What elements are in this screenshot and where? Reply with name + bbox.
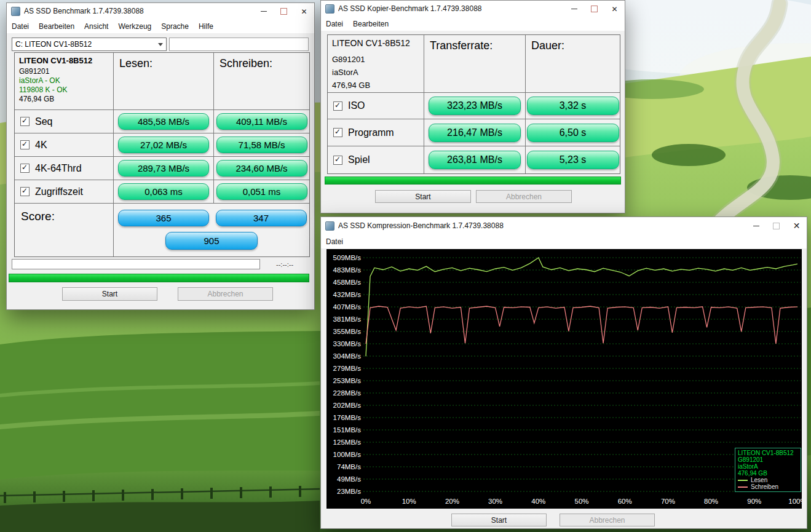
- menu-bearbeiten[interactable]: Bearbeiten: [34, 20, 79, 33]
- menu-werkzeug[interactable]: Werkzeug: [113, 20, 156, 33]
- svg-text:355MB/s: 355MB/s: [333, 328, 362, 335]
- app-icon: [325, 4, 334, 14]
- eta-text: --:--:--: [276, 261, 293, 268]
- menu-ansicht[interactable]: Ansicht: [79, 20, 113, 33]
- start-button[interactable]: Start: [451, 514, 547, 526]
- close-icon: [793, 220, 801, 231]
- checkbox-spiel[interactable]: [333, 156, 342, 165]
- read-column-header: Lesen:: [114, 53, 213, 109]
- result-programm-duration: 6,50 s: [527, 124, 619, 142]
- svg-text:253MB/s: 253MB/s: [333, 377, 362, 384]
- svg-text:30%: 30%: [488, 498, 502, 505]
- close-button[interactable]: [604, 1, 625, 17]
- start-button[interactable]: Start: [375, 190, 471, 203]
- cell-iso-duration: 3,32 s: [526, 93, 620, 119]
- cell-spiel-duration: 5,23 s: [526, 146, 620, 173]
- cell-access-read: 0,063 ms: [114, 180, 213, 203]
- benchmark-window: AS SSD Benchmark 1.7.4739.38088 Datei Be…: [6, 2, 315, 310]
- cell-iso-rate: 323,23 MB/s: [424, 93, 525, 119]
- cell-access-write: 0,051 ms: [214, 180, 309, 203]
- row-label-zugriffszeit: Zugriffszeit: [15, 180, 113, 203]
- maximize-button[interactable]: [766, 217, 786, 234]
- menubar: Datei Bearbeiten: [321, 17, 625, 31]
- maximize-icon: [280, 8, 287, 15]
- result-access-write: 0,051 ms: [216, 183, 307, 200]
- benchmark-results-table: LITEON CV1-8B512 G891201 iaStorA - OK 11…: [14, 52, 310, 257]
- cancel-button[interactable]: Abbrechen: [178, 287, 273, 301]
- titlebar[interactable]: AS SSD Kopier-Benchmark 1.7.4739.38088: [321, 1, 625, 17]
- svg-text:49MB/s: 49MB/s: [337, 475, 361, 483]
- close-button[interactable]: [294, 3, 314, 19]
- path-field[interactable]: [169, 38, 309, 51]
- checkbox-zugriffszeit[interactable]: [20, 187, 30, 196]
- maximize-button[interactable]: [274, 3, 294, 19]
- maximize-icon: [591, 6, 598, 12]
- minimize-button[interactable]: [746, 217, 766, 234]
- app-icon: [325, 221, 334, 231]
- checkbox-seq[interactable]: [20, 117, 30, 126]
- cell-spiel-rate: 263,81 MB/s: [424, 146, 525, 173]
- legend-drive-firmware: G891201: [738, 456, 798, 463]
- rate-column-header: Transferrate:: [424, 35, 525, 92]
- menu-bearbeiten[interactable]: Bearbeiten: [348, 18, 394, 30]
- result-programm-rate: 216,47 MB/s: [429, 124, 521, 142]
- legend-drive-driver: iaStorA: [738, 463, 798, 470]
- cancel-button[interactable]: Abbrechen: [560, 514, 655, 526]
- drive-info-panel: LITEON CV1-8B512 G891201 iaStorA 476,94 …: [328, 35, 424, 92]
- test-label: Spiel: [348, 154, 370, 165]
- checkbox-iso[interactable]: [333, 101, 342, 111]
- titlebar[interactable]: AS SSD Benchmark 1.7.4739.38088: [7, 3, 314, 20]
- checkbox-programm[interactable]: [333, 128, 342, 137]
- compression-chart: 509MB/s483MB/s458MB/s432MB/s407MB/s381MB…: [326, 249, 802, 509]
- test-label: Programm: [348, 127, 394, 138]
- result-4k64-write: 234,60 MB/s: [216, 160, 307, 177]
- drive-driver-status: iaStorA - OK: [19, 76, 109, 85]
- result-4k-write: 71,58 MB/s: [216, 137, 307, 153]
- legend-read-label: Lesen: [751, 477, 767, 483]
- menu-hilfe[interactable]: Hilfe: [194, 20, 218, 33]
- result-iso-rate: 323,23 MB/s: [429, 97, 521, 115]
- compression-chart-svg: 509MB/s483MB/s458MB/s432MB/s407MB/s381MB…: [326, 249, 802, 509]
- write-column-header: Schreiben:: [214, 53, 309, 109]
- test-label: 4K: [35, 140, 47, 151]
- svg-text:330MB/s: 330MB/s: [333, 340, 362, 347]
- score-area: 365 347 905: [114, 204, 309, 256]
- menu-datei[interactable]: Datei: [321, 236, 348, 248]
- cell-programm-rate: 216,47 MB/s: [424, 119, 525, 146]
- svg-text:100%: 100%: [788, 498, 802, 505]
- titlebar[interactable]: AS SSD Kompression-Benchmark 1.7.4739.38…: [321, 217, 807, 235]
- result-spiel-duration: 5,23 s: [527, 151, 619, 169]
- progress-bar: [9, 274, 309, 282]
- score-label: Score:: [15, 204, 113, 256]
- svg-text:74MB/s: 74MB/s: [337, 463, 361, 470]
- drive-firmware: G891201: [19, 67, 109, 76]
- row-label-4k64thrd: 4K-64Thrd: [15, 157, 113, 180]
- close-icon: [301, 6, 307, 17]
- checkbox-4k[interactable]: [20, 140, 30, 149]
- drive-select[interactable]: C: LITEON CV1-8B512: [12, 38, 167, 51]
- svg-text:407MB/s: 407MB/s: [333, 303, 362, 311]
- menu-datei[interactable]: Datei: [7, 20, 34, 33]
- row-label-spiel: Spiel: [328, 146, 424, 173]
- result-4k64-read: 289,73 MB/s: [118, 160, 209, 177]
- menu-datei[interactable]: Datei: [321, 18, 348, 30]
- chevron-down-icon: [155, 38, 166, 50]
- minimize-button[interactable]: [564, 1, 584, 17]
- svg-text:509MB/s: 509MB/s: [333, 254, 362, 261]
- eta-progress-track: [12, 259, 260, 269]
- svg-text:125MB/s: 125MB/s: [333, 439, 362, 446]
- close-icon: [611, 3, 617, 14]
- start-button[interactable]: Start: [62, 287, 157, 301]
- minimize-button[interactable]: [253, 3, 274, 19]
- maximize-button[interactable]: [584, 1, 604, 17]
- row-label-programm: Programm: [328, 119, 424, 146]
- write-line-swatch: [738, 486, 748, 488]
- svg-text:60%: 60%: [618, 498, 632, 505]
- cancel-button[interactable]: Abbrechen: [476, 190, 572, 203]
- drive-model: LITEON CV1-8B512: [332, 38, 419, 48]
- menu-sprache[interactable]: Sprache: [156, 20, 194, 33]
- compression-benchmark-window: AS SSD Kompression-Benchmark 1.7.4739.38…: [320, 216, 807, 529]
- close-button[interactable]: [786, 217, 807, 234]
- checkbox-4k64thrd[interactable]: [20, 164, 30, 173]
- test-label: 4K-64Thrd: [35, 163, 82, 174]
